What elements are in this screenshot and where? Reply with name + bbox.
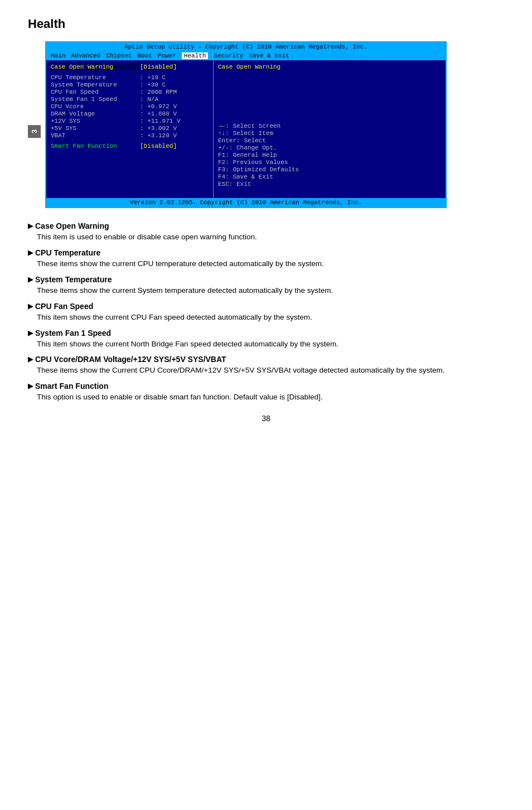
bios-value-sys-fan: : N/A — [140, 96, 158, 103]
bios-value-case-open: [Disabled] — [140, 64, 177, 70]
desc-title-cpu-temperature: CPU Temperature — [28, 248, 504, 257]
bios-label-sys-temp: System Temperature — [51, 81, 140, 88]
bios-row-case-open[interactable]: Case Open Warning [Disabled] — [51, 64, 209, 70]
shortcut-f2: F2: Previous Values — [218, 159, 441, 166]
bios-label-dram: DRAM Voltage — [51, 110, 140, 117]
bios-row-dram: DRAM Voltage : +1.608 V — [51, 110, 209, 117]
bios-label-cpu-temp: CPU Temperature — [51, 74, 140, 81]
bios-left-panel: Case Open Warning [Disabled] CPU Tempera… — [46, 60, 214, 198]
desc-title-voltages: CPU Vcore/DRAM Voltage/+12V SYS/+5V SYS/… — [28, 355, 504, 364]
bios-label-12v: +12V SYS — [51, 118, 140, 124]
desc-title-cpu-fan-speed: CPU Fan Speed — [28, 302, 504, 311]
chapter-tab: 3 — [28, 125, 41, 138]
desc-case-open: Case Open Warning This item is used to e… — [28, 221, 504, 243]
bios-right-panel: Case Open Warning →←: Select Screen ↑↓: … — [214, 60, 446, 198]
bios-row-cpu-fan: CPU Fan Speed : 2008 RPM — [51, 89, 209, 95]
menu-security[interactable]: Security — [214, 52, 243, 59]
bios-label-vcore: CPU Vcore — [51, 103, 140, 110]
bios-help-title: Case Open Warning — [218, 64, 441, 70]
desc-cpu-fan-speed: CPU Fan Speed This item shows the curren… — [28, 302, 504, 323]
shortcut-select-item: ↑↓: Select Item — [218, 130, 441, 137]
menu-power[interactable]: Power — [158, 52, 176, 59]
bios-value-smart-fan: [Disabled] — [140, 143, 177, 150]
bios-row-vbat: VBAT : +3.120 V — [51, 132, 209, 139]
menu-main[interactable]: Main — [51, 52, 65, 59]
bios-value-cpu-fan: : 2008 RPM — [140, 89, 177, 95]
bios-footer: Version 2.02.1205. Copyright (C) 2010 Am… — [46, 198, 446, 207]
shortcut-enter: Enter: Select — [218, 137, 441, 144]
menu-chipset[interactable]: Chipset — [106, 52, 132, 59]
bios-screen: Aptio Setup Utility - Copyright (C) 2010… — [45, 41, 447, 208]
menu-boot[interactable]: Boot — [137, 52, 152, 59]
bios-shortcuts: →←: Select Screen ↑↓: Select Item Enter:… — [218, 123, 441, 187]
bios-label-smart-fan: Smart Fan Function — [51, 143, 140, 150]
descriptions-section: Case Open Warning This item is used to e… — [28, 221, 504, 403]
desc-voltages: CPU Vcore/DRAM Voltage/+12V SYS/+5V SYS/… — [28, 355, 504, 376]
desc-title-system-fan-speed: System Fan 1 Speed — [28, 329, 504, 338]
bios-row-12v: +12V SYS : +11.971 V — [51, 118, 209, 124]
bios-label-vbat: VBAT — [51, 132, 140, 139]
desc-system-fan-speed: System Fan 1 Speed This item shows the c… — [28, 329, 504, 350]
bios-content: Case Open Warning [Disabled] CPU Tempera… — [46, 60, 446, 198]
bios-value-dram: : +1.608 V — [140, 110, 177, 117]
bios-row-cpu-temp: CPU Temperature : +19 C — [51, 74, 209, 81]
bios-value-vcore: : +0.972 V — [140, 103, 177, 110]
bios-value-sys-temp: : +30 C — [140, 81, 166, 88]
bios-row-sys-temp: System Temperature : +30 C — [51, 81, 209, 88]
bios-label-cpu-fan: CPU Fan Speed — [51, 89, 140, 95]
shortcut-select-screen: →←: Select Screen — [218, 123, 441, 129]
shortcut-f4: F4: Save & Exit — [218, 173, 441, 180]
menu-advanced[interactable]: Advanced — [71, 52, 100, 59]
bios-label-case-open: Case Open Warning — [51, 64, 140, 70]
desc-text-case-open: This item is used to enable or disable c… — [37, 232, 504, 243]
desc-cpu-temperature: CPU Temperature These items show the cur… — [28, 248, 504, 269]
desc-smart-fan: Smart Fan Function This option is used t… — [28, 382, 504, 403]
bios-row-smart-fan[interactable]: Smart Fan Function [Disabled] — [51, 143, 209, 150]
desc-text-cpu-fan-speed: This item shows the current CPU Fan spee… — [37, 312, 504, 323]
menu-health[interactable]: Health — [182, 52, 209, 59]
desc-title-system-temperature: System Temperature — [28, 275, 504, 284]
desc-text-voltages: These items show the Current CPU Ccore/D… — [37, 365, 504, 376]
menu-save-exit[interactable]: Save & Exit — [249, 52, 289, 59]
shortcut-f3: F3: Optimized Defaults — [218, 166, 441, 173]
shortcut-change-opt: +/-: Change Opt. — [218, 144, 441, 151]
bios-menu-bar[interactable]: Main Advanced Chipset Boot Power Health … — [46, 51, 446, 60]
desc-text-smart-fan: This option is used to enable or disable… — [37, 392, 504, 403]
bios-row-5v: +5V SYS : +3.002 V — [51, 125, 209, 132]
bios-value-vbat: : +3.120 V — [140, 132, 177, 139]
desc-text-cpu-temperature: These items show the current CPU tempera… — [37, 259, 504, 269]
bios-value-12v: : +11.971 V — [140, 118, 181, 124]
bios-row-sys-fan: System Fan 1 Speed : N/A — [51, 96, 209, 103]
desc-text-system-fan-speed: This item shows the current North Bridge… — [37, 339, 504, 350]
desc-text-system-temperature: These items show the current System temp… — [37, 286, 504, 296]
desc-title-case-open: Case Open Warning — [28, 221, 504, 230]
bios-row-vcore: CPU Vcore : +0.972 V — [51, 103, 209, 110]
page-number: 38 — [28, 414, 504, 423]
desc-system-temperature: System Temperature These items show the … — [28, 275, 504, 296]
desc-title-smart-fan: Smart Fan Function — [28, 382, 504, 390]
bios-value-5v: : +3.002 V — [140, 125, 177, 132]
page-title: Health — [28, 17, 504, 31]
bios-value-cpu-temp: : +19 C — [140, 74, 166, 81]
bios-label-5v: +5V SYS — [51, 125, 140, 132]
bios-label-sys-fan: System Fan 1 Speed — [51, 96, 140, 103]
shortcut-esc: ESC: Exit — [218, 181, 441, 187]
shortcut-f1: F1: General Help — [218, 152, 441, 158]
bios-title-bar: Aptio Setup Utility - Copyright (C) 2010… — [46, 42, 446, 51]
